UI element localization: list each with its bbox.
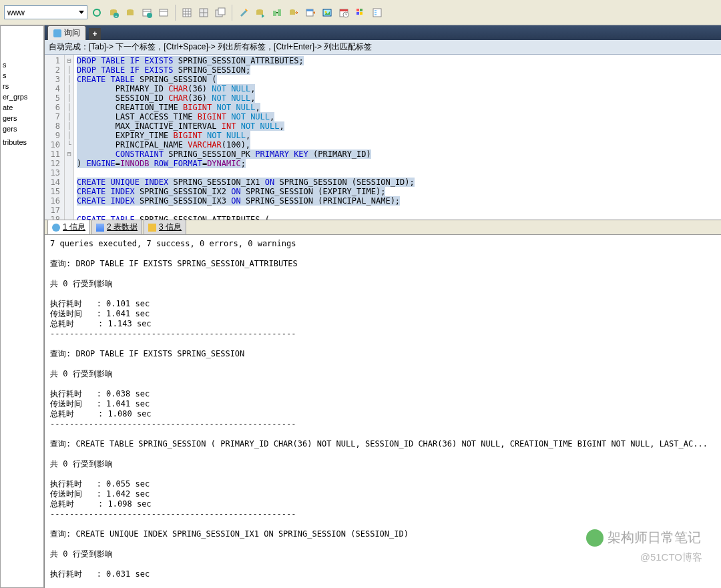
schedule-icon[interactable] — [336, 5, 351, 20]
tree-item[interactable]: s — [1, 59, 43, 70]
tab-info[interactable]: 1 信息 — [47, 220, 90, 234]
svg-rect-24 — [273, 11, 276, 16]
watermark-source: @51CTO博客 — [640, 551, 702, 564]
tree-item[interactable]: tributes — [1, 137, 43, 148]
tab-tabledata[interactable]: 2 表数据 — [91, 220, 142, 234]
tree-item[interactable]: gers — [1, 113, 43, 123]
import-icon[interactable] — [303, 5, 318, 20]
tree-item[interactable]: er_grps — [1, 91, 43, 102]
db-edit-icon[interactable] — [123, 5, 138, 20]
info-icon — [52, 224, 60, 232]
form-icon[interactable] — [370, 5, 385, 20]
svg-rect-37 — [356, 12, 359, 15]
table-new-icon[interactable] — [140, 5, 154, 20]
svg-rect-42 — [375, 14, 377, 15]
results-tabbar: 1 信息 2 表数据 3 信息 — [45, 220, 721, 235]
tab-label: 询问 — [64, 27, 80, 39]
tab-add-button[interactable]: + — [89, 28, 101, 40]
svg-rect-6 — [127, 11, 134, 15]
tree-item[interactable]: rs — [1, 81, 43, 91]
combo-text: www — [7, 8, 25, 17]
table-edit-icon[interactable] — [156, 5, 171, 20]
grid-icon[interactable] — [180, 5, 194, 20]
svg-rect-21 — [218, 8, 225, 15]
tree-item[interactable]: gers — [1, 123, 43, 134]
svg-rect-41 — [375, 12, 377, 13]
svg-rect-25 — [278, 9, 281, 16]
svg-rect-29 — [306, 9, 313, 11]
tree-item[interactable]: s — [1, 70, 43, 81]
tab-query[interactable]: 询问 — [47, 25, 86, 40]
palette-icon[interactable] — [353, 5, 368, 20]
tree-item[interactable]: ate — [1, 102, 43, 113]
export-icon[interactable] — [286, 5, 301, 20]
svg-rect-23 — [256, 11, 263, 15]
run-icon[interactable] — [236, 5, 251, 20]
svg-text:+: + — [115, 14, 117, 18]
fold-gutter: ⊟││││││││└ ⊟ — [65, 55, 74, 220]
svg-rect-10 — [160, 9, 168, 16]
watermark-author: 架构师日常笔记 — [586, 529, 701, 547]
svg-rect-39 — [373, 9, 381, 17]
grid2-icon[interactable] — [196, 5, 211, 20]
svg-rect-33 — [340, 9, 348, 11]
grid3-icon[interactable] — [213, 5, 228, 20]
chevron-down-icon — [79, 11, 84, 14]
grid-icon — [96, 224, 104, 232]
warning-icon — [148, 224, 156, 232]
separator — [175, 5, 176, 21]
code-area[interactable]: DROP TABLE IF EXISTS SPRING_SESSION_ATTR… — [74, 55, 721, 220]
image-icon[interactable] — [320, 5, 334, 20]
line-gutter: 123456789101112131415161718 — [45, 55, 65, 220]
tab-info2[interactable]: 3 信息 — [144, 220, 186, 234]
db-new-icon[interactable]: + — [106, 5, 121, 20]
wechat-icon — [586, 529, 604, 547]
main-toolbar: www + — [0, 0, 721, 25]
svg-rect-35 — [356, 9, 359, 11]
refresh-icon[interactable] — [89, 5, 104, 20]
database-combo[interactable]: www — [4, 5, 87, 19]
svg-rect-12 — [183, 9, 191, 17]
svg-rect-27 — [290, 11, 295, 15]
svg-rect-30 — [323, 9, 331, 16]
editor-tabbar: 询问 + — [45, 25, 721, 40]
svg-rect-38 — [360, 12, 363, 15]
svg-rect-36 — [360, 9, 363, 11]
sql-editor[interactable]: 123456789101112131415161718 ⊟││││││││└ ⊟… — [45, 55, 721, 220]
separator — [232, 5, 232, 21]
svg-rect-40 — [375, 10, 377, 11]
compare-icon[interactable] — [270, 5, 284, 20]
svg-point-9 — [147, 13, 152, 18]
query-icon — [53, 29, 61, 37]
object-tree[interactable]: s s rs er_grps ate gers gers tributes — [0, 25, 44, 588]
autocomplete-hint: 自动完成：[Tab]-> 下一个标签，[Ctrl+Space]-> 列出所有标签… — [45, 40, 721, 55]
db-run-icon[interactable] — [253, 5, 268, 20]
